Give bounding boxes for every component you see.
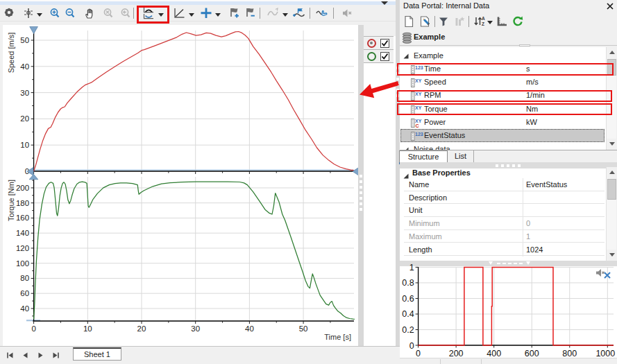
tree-row-eventstatus[interactable]: 123EventStatus — [400, 129, 606, 142]
svg-text:Z: Z — [482, 21, 484, 26]
sheet-tab-active[interactable]: Sheet 1 — [73, 347, 121, 361]
crosshair-dropdown[interactable] — [215, 13, 221, 17]
zoom-in-button[interactable] — [48, 7, 62, 19]
y-tick-label: 180 — [16, 199, 29, 207]
property-value[interactable]: 1024 — [526, 245, 543, 254]
scale-mode-button[interactable] — [172, 7, 186, 19]
curve-torque — [34, 182, 355, 319]
tab-structure[interactable]: Structure — [399, 150, 448, 162]
channel-type-icon: XY — [411, 105, 424, 116]
curve-visible-checkbox[interactable] — [380, 52, 389, 61]
last-sheet-button[interactable] — [50, 349, 62, 361]
tree-row-torque[interactable]: XYTorqueNm — [400, 103, 606, 116]
sort-dropdown[interactable] — [487, 21, 493, 24]
stacked-axes-dropdown[interactable] — [158, 13, 164, 17]
previous-sheet-button[interactable] — [19, 349, 31, 361]
curve-visible-checkbox[interactable] — [380, 39, 389, 48]
data-portal-panel: Data Portal: Internal Data — [400, 0, 617, 364]
curve-flag-icon — [292, 7, 306, 19]
properties-header[interactable]: Base Properties — [400, 168, 606, 178]
property-row-length: Length1024 — [404, 243, 605, 257]
channel-type-icon: XY — [411, 78, 424, 89]
channel-name: Torque — [424, 105, 448, 113]
properties-splitter[interactable] — [400, 162, 617, 168]
portal-root-item[interactable]: Example — [400, 31, 617, 44]
zoom-previous-button[interactable] — [119, 7, 133, 19]
tree-group-example[interactable]: Example — [400, 49, 606, 62]
curve-transform-dropdown[interactable] — [282, 13, 288, 17]
edit-data-button[interactable] — [419, 15, 432, 28]
chart-legend-splitter[interactable] — [358, 25, 364, 346]
modify-curve-button[interactable] — [315, 7, 329, 19]
property-value[interactable]: 0 — [526, 219, 530, 227]
scroll-down-button[interactable] — [607, 250, 617, 261]
filter-button[interactable] — [437, 15, 450, 28]
axis-handle[interactable] — [29, 174, 38, 179]
curve-select-radio[interactable] — [367, 39, 376, 48]
y-axis-title: Torque [Nm] — [7, 180, 15, 221]
flag-from-curve-button[interactable] — [292, 7, 306, 19]
curve-transform-button[interactable] — [266, 7, 280, 19]
tree-row-speed[interactable]: XYSpeedm/s — [400, 76, 606, 89]
next-sheet-button[interactable] — [35, 349, 47, 361]
checkmark-icon — [381, 40, 389, 47]
x-tick-label: 400 — [487, 349, 501, 358]
chart-panel: 01020304050Speed [m/s]406080100120140160… — [3, 25, 358, 346]
cursor-mode-button[interactable] — [22, 7, 35, 19]
expand-triangle-icon[interactable] — [403, 53, 409, 61]
property-value[interactable]: EventStatus — [526, 180, 567, 189]
y-tick-label: 40 — [20, 304, 29, 313]
stacked-axes-button[interactable] — [142, 7, 155, 19]
zoom-in-icon — [48, 7, 62, 19]
preview-mute-button[interactable] — [593, 266, 615, 280]
zoom-off-button[interactable] — [101, 7, 115, 19]
tree-row-power[interactable]: XYCPowerkW — [400, 116, 606, 129]
toolbar-separator — [333, 8, 334, 19]
channel-name: Speed — [424, 78, 446, 86]
crosshair-button[interactable] — [199, 7, 213, 19]
axis-handle[interactable] — [30, 27, 38, 34]
first-sheet-button[interactable] — [4, 349, 16, 361]
tree-row-rpm[interactable]: XYRPM1/min — [400, 89, 606, 102]
preview-splitter[interactable] — [400, 261, 617, 266]
property-label: Unit — [409, 206, 423, 214]
tree-row-time[interactable]: 123Times — [400, 62, 606, 76]
property-label: Description — [409, 193, 447, 202]
scrollbar-thumb[interactable] — [607, 179, 616, 200]
property-label: Length — [409, 245, 432, 254]
x-tick-label: 0 — [416, 349, 421, 358]
y-tick-label: 0.4 — [402, 309, 414, 319]
refresh-button[interactable] — [512, 15, 524, 28]
portal-close-button[interactable] — [605, 1, 615, 11]
new-data-button[interactable] — [403, 15, 415, 28]
tree-group-noise-data[interactable]: Noise data — [400, 143, 606, 150]
scroll-up-button[interactable] — [607, 167, 617, 178]
zoom-out-button[interactable] — [63, 7, 77, 19]
add-flag-button[interactable] — [228, 7, 242, 19]
scroll-down-button[interactable] — [607, 139, 617, 150]
sort-button[interactable]: A Z — [473, 15, 485, 28]
portal-root-splitter[interactable] — [400, 45, 617, 46]
properties-scrollbar[interactable] — [606, 167, 616, 261]
channel-type-icon: 123 — [411, 131, 424, 143]
tab-list[interactable]: List — [448, 150, 474, 162]
scale-mode-dropdown[interactable] — [189, 13, 194, 17]
scrollbar-thumb[interactable] — [607, 59, 616, 76]
property-row-description: Description — [404, 191, 605, 205]
sound-button[interactable] — [340, 7, 354, 19]
scaling-button[interactable] — [496, 15, 508, 28]
property-row-maximum: Maximum1 — [404, 230, 605, 243]
property-value[interactable]: 1 — [526, 232, 530, 241]
channel-unit: kW — [526, 118, 537, 126]
y-tick-label: 160 — [16, 214, 29, 222]
channel-name: Time — [424, 64, 441, 73]
scroll-up-button[interactable] — [607, 47, 617, 58]
cursor-mode-dropdown[interactable] — [37, 13, 42, 17]
channel-preview-button[interactable] — [453, 15, 466, 28]
tree-scrollbar[interactable] — [606, 47, 616, 150]
hand-icon — [83, 7, 96, 19]
pan-button[interactable] — [83, 7, 96, 19]
settings-button[interactable] — [2, 7, 16, 19]
curve-select-radio[interactable] — [367, 52, 376, 61]
remove-flag-button[interactable] — [244, 7, 257, 19]
